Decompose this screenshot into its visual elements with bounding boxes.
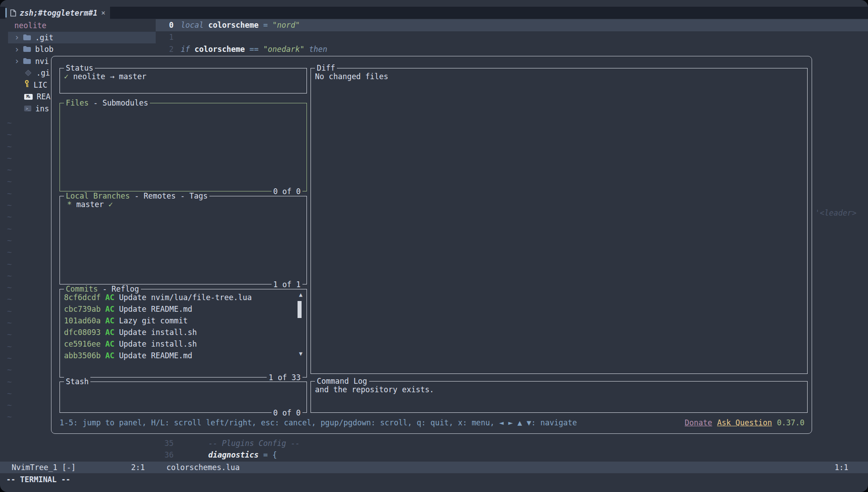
status-content: ✓ neolite → master: [60, 68, 306, 85]
stash-count: 0 of 0: [272, 408, 302, 417]
tree-root[interactable]: neolite: [8, 20, 156, 32]
key-icon: [24, 80, 30, 89]
chevron-right-icon: ›: [14, 57, 19, 65]
panel-title: Commits - Reflog: [64, 284, 141, 293]
panel-title: Stash: [64, 377, 90, 386]
panel-branches[interactable]: Local Branches - Remotes - Tags * master…: [60, 196, 307, 284]
lazygit-window: Status ✓ neolite → master Files - Submod…: [51, 56, 812, 434]
close-icon[interactable]: ×: [101, 8, 106, 17]
branches-count: 1 of 1: [272, 280, 302, 289]
check-icon: ✓: [108, 200, 113, 209]
commit-row[interactable]: dfc08093 AC Update install.sh: [64, 327, 289, 338]
tabline: zsh;#toggleterm#1 ×: [0, 7, 868, 19]
panel-stash[interactable]: Stash 0 of 0: [60, 382, 307, 413]
files-count: 0 of 0: [272, 187, 302, 196]
tree-item-git-folder[interactable]: › .git: [8, 32, 156, 44]
version-label: 0.37.0: [777, 418, 804, 427]
commits-count: 1 of 33: [267, 373, 302, 382]
panel-command-log[interactable]: Command Log and the repository exists.: [311, 381, 808, 413]
active-tab-indicator: [5, 8, 7, 17]
scroll-up-icon[interactable]: ▲: [299, 291, 302, 298]
leader-hint-text: '<leader>: [815, 208, 856, 217]
window-name: NvimTree_1 [-]: [12, 462, 76, 473]
commit-row[interactable]: 101ad60a AC Lazy git commit: [64, 315, 289, 327]
commit-row[interactable]: abb3506b AC Update README.md: [64, 350, 289, 361]
filename: colorschemes.lua: [166, 462, 240, 473]
panel-status[interactable]: Status ✓ neolite → master: [60, 68, 307, 93]
main-content: 0 local colorscheme = "nord" 1 2 if colo…: [0, 19, 868, 462]
file-icon: [10, 9, 16, 17]
commit-row[interactable]: ce5916ee AC Update install.sh: [64, 338, 289, 350]
editor-line-35: 35 -- Plugins Config --: [0, 437, 868, 450]
desktop-background: zsh;#toggleterm#1 × 0 local colorscheme …: [0, 0, 868, 492]
panel-diff[interactable]: Diff No changed files: [311, 68, 808, 374]
line-number: 36: [156, 449, 174, 461]
lazygit-help-bar: 1-5: jump to panel, H/L: scroll left/rig…: [60, 416, 804, 428]
tab-zsh-toggleterm[interactable]: zsh;#toggleterm#1 ×: [5, 7, 110, 19]
current-branch-marker: *: [67, 200, 72, 209]
git-icon: [25, 70, 31, 76]
panel-title: Files - Submodules: [64, 98, 150, 107]
statusline: NvimTree_1 [-] 2:1 colorschemes.lua 1:1: [0, 462, 868, 473]
panel-title: Diff: [315, 64, 337, 72]
ask-question-link[interactable]: Ask Question: [717, 418, 772, 427]
check-icon: ✓: [64, 72, 68, 81]
commit-row[interactable]: cbc739ab AC Update README.md: [64, 303, 289, 315]
scrollbar-thumb[interactable]: [298, 301, 302, 318]
line-number: 35: [156, 437, 174, 450]
command-log-content: and the repository exists.: [311, 382, 807, 398]
tab-label: zsh;#toggleterm#1: [20, 8, 98, 17]
markdown-icon: M↓: [24, 94, 33, 100]
panel-title: Local Branches - Remotes - Tags: [64, 191, 209, 200]
terminal-window: zsh;#toggleterm#1 × 0 local colorscheme …: [0, 0, 868, 492]
chevron-right-icon: ›: [14, 45, 19, 54]
panel-files[interactable]: Files - Submodules 0 of 0: [60, 103, 307, 191]
folder-icon: [23, 57, 31, 66]
terminal-script-icon: >_: [24, 106, 31, 111]
commits-scrollbar[interactable]: ▲ ▼: [296, 291, 302, 375]
mode-indicator: -- TERMINAL --: [0, 473, 868, 486]
diff-content: No changed files: [311, 68, 807, 85]
folder-icon: [23, 33, 31, 42]
line-number: 0: [156, 19, 174, 31]
line-number: 1: [156, 31, 174, 43]
line-number: 2: [156, 43, 174, 55]
chevron-right-icon: ›: [14, 33, 19, 42]
empty-line-markers: ~~~~~~~~~~~~~~~~~~~~~~~~~~: [7, 117, 12, 423]
donate-link[interactable]: Donate: [685, 418, 712, 427]
panel-title: Command Log: [315, 377, 369, 386]
tree-cursor-position: 2:1: [131, 462, 145, 473]
folder-icon: [23, 45, 31, 54]
panel-title: Status: [64, 64, 95, 72]
keybinding-hints: 1-5: jump to panel, H/L: scroll left/rig…: [60, 418, 577, 427]
panel-commits[interactable]: Commits - Reflog 8cf6dcdf AC Update nvim…: [60, 289, 307, 377]
editor-line-36: 36 diagnostics = {: [0, 449, 868, 461]
tree-item-blob-folder[interactable]: › blob: [8, 43, 156, 55]
file-cursor-position: 1:1: [834, 462, 848, 473]
scroll-down-icon[interactable]: ▼: [299, 350, 302, 357]
